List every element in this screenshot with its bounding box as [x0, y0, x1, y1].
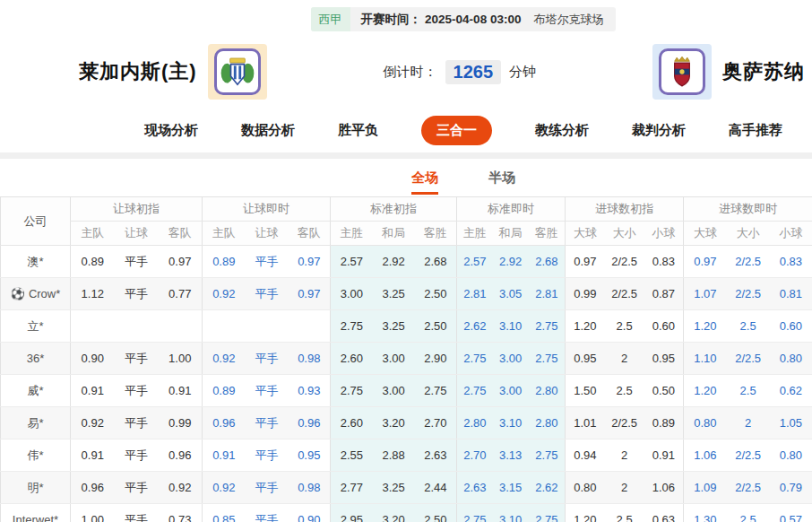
tab-expert-picks[interactable]: 高手推荐: [729, 122, 782, 139]
odds-cell: 平手: [246, 343, 289, 375]
odds-cell: 3.10: [493, 310, 529, 343]
odds-cell: 2.80: [529, 375, 566, 407]
company-cell[interactable]: 明*: [1, 472, 71, 504]
odds-cell: 2.77: [331, 472, 373, 504]
odds-cell: 2.44: [415, 472, 457, 504]
odds-cell: 1.10: [684, 343, 727, 375]
odds-cell: 1.00: [159, 343, 203, 375]
tab-win-draw-loss[interactable]: 胜平负: [338, 122, 378, 139]
tab-coach-analysis[interactable]: 教练分析: [535, 122, 589, 139]
odds-cell: 2.5: [605, 375, 644, 407]
odds-cell: 平手: [246, 472, 289, 504]
subtab-full-match[interactable]: 全场: [411, 170, 438, 195]
odds-cell: 0.98: [289, 343, 331, 375]
col-header: 主队: [203, 222, 246, 246]
company-cell[interactable]: 立*: [1, 310, 71, 343]
odds-cell: 2.75: [529, 504, 566, 522]
odds-cell: 0.90: [289, 504, 331, 522]
odds-cell: 0.60: [770, 310, 812, 343]
tab-data-analysis[interactable]: 数据分析: [241, 122, 295, 139]
countdown-unit: 分钟: [509, 64, 536, 81]
odds-cell: 1.05: [770, 407, 812, 439]
company-cell[interactable]: ⚽Crow*: [1, 278, 71, 310]
group-header-handicap-initial: 让球初指: [71, 197, 203, 222]
company-cell[interactable]: 威*: [1, 375, 71, 407]
odds-cell: 0.87: [644, 278, 684, 310]
odds-cell: 2.70: [415, 407, 457, 439]
odds-cell: 0.95: [289, 439, 331, 472]
company-name: Crow*: [29, 287, 60, 300]
odds-cell: 0.60: [644, 310, 684, 343]
kickoff-label: 开赛时间：: [361, 12, 422, 28]
company-cell[interactable]: 澳*: [1, 246, 71, 278]
odds-cell: 3.10: [493, 407, 529, 439]
countdown-label: 倒计时：: [384, 64, 437, 81]
company-cell[interactable]: Interwet*: [1, 504, 71, 522]
odds-cell: 0.92: [203, 472, 246, 504]
odds-cell: 0.91: [71, 375, 115, 407]
odds-cell: 2.75: [331, 375, 373, 407]
odds-cell: 0.85: [203, 504, 246, 522]
col-header: 大球: [684, 222, 727, 246]
odds-table-body: 澳*0.89平手0.970.89平手0.972.572.922.682.572.…: [1, 246, 812, 522]
odds-cell: 平手: [115, 472, 159, 504]
sub-header-row: 主队让球客队主队让球客队主胜和局客胜主胜和局客胜大球大小小球大球大小小球: [1, 222, 812, 246]
odds-cell: 2/2.5: [727, 439, 770, 472]
group-header-handicap-live: 让球即时: [203, 197, 331, 222]
col-header: 客胜: [415, 222, 457, 246]
odds-cell: 2.60: [331, 343, 373, 375]
odds-cell: 0.92: [203, 278, 246, 310]
tab-referee-analysis[interactable]: 裁判分析: [632, 122, 686, 139]
odds-cell: 1.12: [71, 278, 115, 310]
leganes-crest-icon: [220, 54, 255, 90]
odds-cell: 2.75: [457, 343, 493, 375]
col-header: 和局: [373, 222, 415, 246]
col-header: 和局: [493, 222, 529, 246]
odds-cell: 2.75: [457, 504, 493, 522]
odds-cell: 2.57: [331, 246, 373, 278]
odds-cell: 0.89: [203, 246, 246, 278]
group-header-goals-initial: 进球数初指: [566, 197, 684, 222]
league-badge: 西甲: [311, 7, 350, 31]
company-cell[interactable]: 易*: [1, 407, 71, 439]
odds-cell: 3.00: [331, 278, 373, 310]
odds-cell: 0.50: [644, 375, 684, 407]
company-name: 立*: [27, 319, 43, 333]
subtab-half-match[interactable]: 半场: [488, 170, 515, 195]
odds-cell: 2.5: [727, 310, 770, 343]
odds-cell: 2.80: [457, 407, 493, 439]
odds-cell: 2.55: [331, 439, 373, 472]
company-cell[interactable]: 伟*: [1, 439, 71, 472]
odds-cell: 3.20: [373, 504, 415, 522]
col-header: 客队: [289, 222, 331, 246]
table-row: ⚽Crow*1.12平手0.770.92平手0.973.003.252.502.…: [1, 278, 812, 310]
odds-cell: 2.5: [605, 504, 644, 522]
venue: 布塔尔克球场: [533, 12, 603, 28]
odds-cell: 0.92: [159, 472, 203, 504]
odds-cell: 平手: [115, 246, 159, 278]
odds-cell: 3.00: [493, 375, 529, 407]
tab-three-in-one[interactable]: 三合一: [421, 116, 492, 145]
odds-cell: 0.97: [289, 278, 331, 310]
odds-cell: 3.00: [493, 343, 529, 375]
odds-cell: 0.98: [289, 472, 331, 504]
table-row: 36*0.90平手1.000.92平手0.982.603.002.902.753…: [1, 343, 812, 375]
odds-table: 公司 让球初指让球即时标准初指标准即时进球数初指进球数即时 主队让球客队主队让球…: [0, 196, 812, 522]
table-row: 明*0.96平手0.920.92平手0.982.773.252.442.633.…: [1, 472, 812, 504]
odds-cell: 1.06: [644, 472, 684, 504]
kickoff-time: 2025-04-08 03:00: [425, 13, 521, 26]
odds-cell: 平手: [115, 407, 159, 439]
osasuna-crest-icon: [664, 54, 700, 90]
odds-cell: 0.63: [644, 504, 684, 522]
odds-cell: 2.5: [605, 310, 644, 343]
tab-live-analysis[interactable]: 现场分析: [144, 122, 198, 139]
odds-cell: 0.91: [159, 375, 203, 407]
col-header: 大小: [605, 222, 644, 246]
odds-cell: 0.97: [684, 246, 727, 278]
col-header: 主胜: [331, 222, 373, 246]
odds-cell: 2.88: [373, 439, 415, 472]
company-cell[interactable]: 36*: [1, 343, 71, 375]
odds-cell: 2/2.5: [727, 246, 770, 278]
company-name: 易*: [27, 416, 43, 430]
odds-cell: 0.95: [566, 343, 605, 375]
